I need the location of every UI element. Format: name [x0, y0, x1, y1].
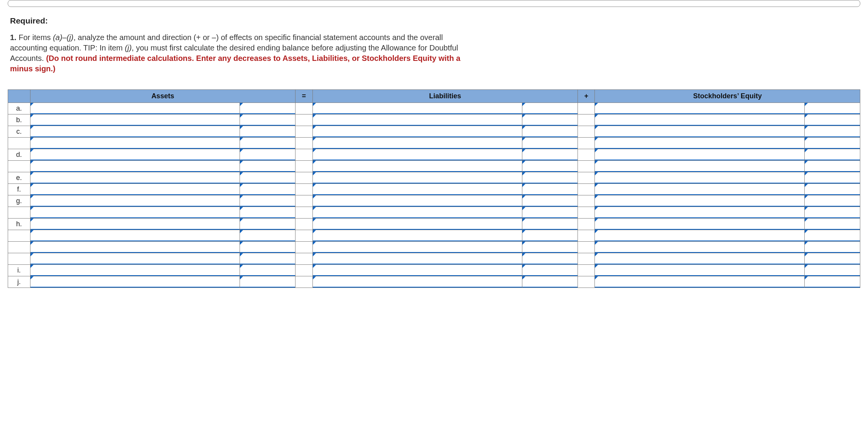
assets-account-input[interactable] [30, 207, 240, 218]
assets-amount-cell[interactable] [240, 276, 295, 288]
liabilities-amount-input[interactable] [522, 172, 578, 183]
equity-account-input[interactable] [595, 184, 804, 195]
liabilities-amount-input[interactable] [522, 126, 578, 137]
assets-account-cell[interactable] [30, 103, 240, 114]
assets-amount-input[interactable] [240, 230, 295, 241]
liabilities-account-cell[interactable] [313, 172, 522, 183]
equity-amount-input[interactable] [805, 242, 860, 252]
assets-account-cell[interactable] [30, 276, 240, 288]
equity-amount-cell[interactable] [805, 195, 860, 207]
liabilities-amount-cell[interactable] [522, 219, 578, 230]
liabilities-account-input[interactable] [313, 138, 522, 148]
equity-amount-input[interactable] [805, 184, 860, 195]
assets-account-input[interactable] [30, 219, 240, 229]
liabilities-amount-input[interactable] [522, 161, 578, 172]
liabilities-amount-cell[interactable] [522, 230, 578, 241]
liabilities-account-input[interactable] [313, 126, 522, 137]
equity-account-cell[interactable] [595, 219, 804, 230]
assets-account-input[interactable] [30, 172, 240, 183]
equity-account-cell[interactable] [595, 103, 804, 114]
equity-amount-cell[interactable] [805, 114, 860, 126]
equity-account-cell[interactable] [595, 230, 804, 241]
equity-account-cell[interactable] [595, 138, 804, 149]
equity-amount-input[interactable] [805, 103, 860, 114]
liabilities-account-cell[interactable] [313, 242, 522, 253]
assets-account-cell[interactable] [30, 230, 240, 241]
liabilities-amount-cell[interactable] [522, 265, 578, 276]
liabilities-account-input[interactable] [313, 265, 522, 276]
liabilities-account-cell[interactable] [313, 149, 522, 160]
assets-amount-input[interactable] [240, 149, 295, 160]
liabilities-amount-cell[interactable] [522, 195, 578, 207]
liabilities-account-cell[interactable] [313, 195, 522, 207]
equity-account-cell[interactable] [595, 114, 804, 126]
equity-amount-cell[interactable] [805, 265, 860, 276]
assets-account-input[interactable] [30, 276, 240, 287]
liabilities-account-cell[interactable] [313, 138, 522, 149]
assets-amount-input[interactable] [240, 172, 295, 183]
liabilities-amount-cell[interactable] [522, 172, 578, 183]
equity-account-cell[interactable] [595, 172, 804, 183]
liabilities-amount-cell[interactable] [522, 138, 578, 149]
equity-amount-cell[interactable] [805, 253, 860, 264]
equity-account-input[interactable] [595, 149, 804, 160]
assets-amount-input[interactable] [240, 253, 295, 264]
liabilities-amount-input[interactable] [522, 253, 578, 264]
assets-account-cell[interactable] [30, 253, 240, 264]
assets-account-cell[interactable] [30, 195, 240, 207]
liabilities-amount-input[interactable] [522, 138, 578, 148]
assets-amount-cell[interactable] [240, 219, 295, 230]
equity-account-input[interactable] [595, 161, 804, 172]
assets-amount-input[interactable] [240, 207, 295, 218]
assets-amount-input[interactable] [240, 161, 295, 172]
assets-account-cell[interactable] [30, 242, 240, 253]
liabilities-amount-input[interactable] [522, 149, 578, 160]
assets-amount-cell[interactable] [240, 184, 295, 195]
assets-amount-cell[interactable] [240, 161, 295, 172]
equity-account-cell[interactable] [595, 195, 804, 207]
liabilities-account-cell[interactable] [313, 161, 522, 172]
equity-amount-cell[interactable] [805, 207, 860, 218]
liabilities-account-cell[interactable] [313, 265, 522, 276]
equity-account-input[interactable] [595, 276, 804, 287]
assets-amount-input[interactable] [240, 195, 295, 206]
assets-amount-cell[interactable] [240, 265, 295, 276]
equity-amount-cell[interactable] [805, 230, 860, 241]
equity-account-input[interactable] [595, 230, 804, 241]
equity-amount-input[interactable] [805, 161, 860, 172]
equity-amount-input[interactable] [805, 149, 860, 160]
equity-account-input[interactable] [595, 242, 804, 252]
assets-account-input[interactable] [30, 184, 240, 195]
assets-account-input[interactable] [30, 138, 240, 148]
liabilities-amount-cell[interactable] [522, 103, 578, 114]
assets-account-cell[interactable] [30, 126, 240, 137]
equity-amount-cell[interactable] [805, 161, 860, 172]
equity-amount-input[interactable] [805, 195, 860, 206]
assets-amount-cell[interactable] [240, 195, 295, 207]
liabilities-account-input[interactable] [313, 161, 522, 172]
equity-amount-cell[interactable] [805, 242, 860, 253]
equity-amount-input[interactable] [805, 126, 860, 137]
equity-account-cell[interactable] [595, 207, 804, 218]
equity-amount-cell[interactable] [805, 126, 860, 137]
liabilities-account-cell[interactable] [313, 114, 522, 126]
equity-amount-input[interactable] [805, 253, 860, 264]
liabilities-account-input[interactable] [313, 230, 522, 241]
equity-amount-cell[interactable] [805, 172, 860, 183]
liabilities-account-input[interactable] [313, 207, 522, 218]
assets-account-input[interactable] [30, 265, 240, 276]
liabilities-account-input[interactable] [313, 276, 522, 287]
assets-amount-cell[interactable] [240, 207, 295, 218]
liabilities-account-cell[interactable] [313, 126, 522, 137]
equity-amount-cell[interactable] [805, 138, 860, 149]
liabilities-amount-cell[interactable] [522, 207, 578, 218]
equity-amount-input[interactable] [805, 207, 860, 218]
liabilities-account-input[interactable] [313, 114, 522, 125]
assets-account-cell[interactable] [30, 265, 240, 276]
liabilities-account-cell[interactable] [313, 219, 522, 230]
assets-amount-input[interactable] [240, 126, 295, 137]
liabilities-account-input[interactable] [313, 253, 522, 264]
assets-account-cell[interactable] [30, 149, 240, 160]
equity-amount-input[interactable] [805, 230, 860, 241]
liabilities-amount-input[interactable] [522, 265, 578, 276]
